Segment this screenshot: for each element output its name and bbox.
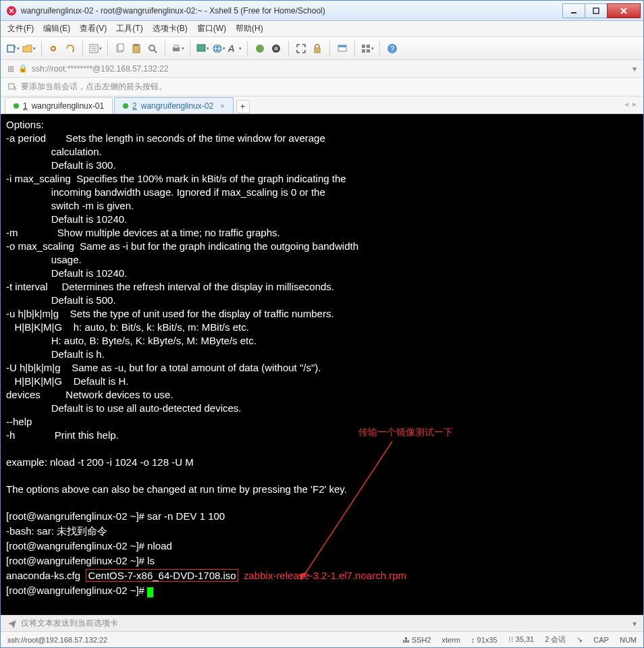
- svg-text:?: ?: [390, 45, 394, 53]
- command: nload: [147, 540, 172, 551]
- svg-rect-10: [118, 44, 124, 51]
- window-title: wangruifenglinux-02 - root@wangruifengli…: [21, 6, 563, 16]
- tab-2[interactable]: 2 wangruifenglinux-02 ×: [114, 97, 234, 113]
- svg-rect-25: [315, 48, 320, 53]
- lock-icon: 🔒: [18, 64, 28, 73]
- address-bar: ⊞ 🔒 ssh://root:********@192.168.57.132:2…: [1, 60, 643, 78]
- svg-rect-2: [593, 8, 599, 14]
- menu-window[interactable]: 窗口(W): [197, 23, 226, 34]
- terminal[interactable]: Options: -a period Sets the length in se…: [1, 114, 643, 615]
- svg-rect-16: [174, 45, 178, 48]
- add-tab-button[interactable]: +: [236, 100, 250, 113]
- annotation-text: 传输一个镜像测试一下: [358, 426, 453, 439]
- open-folder-icon[interactable]: ▾: [22, 42, 36, 55]
- link-icon[interactable]: [47, 42, 61, 55]
- svg-point-13: [149, 45, 155, 51]
- fontsize-icon[interactable]: A▾: [228, 42, 242, 55]
- tab-number: 2: [132, 101, 137, 111]
- annotation-arrow: [291, 438, 399, 587]
- menu-file[interactable]: 文件(F): [7, 23, 34, 34]
- command: ls: [147, 555, 155, 566]
- svg-rect-31: [367, 49, 370, 53]
- address-url[interactable]: ssh://root:********@192.168.57.132:22: [32, 64, 628, 74]
- add-session-icon[interactable]: [7, 82, 17, 92]
- minimize-button[interactable]: [562, 3, 585, 18]
- svg-rect-17: [197, 45, 205, 51]
- maximize-button[interactable]: [585, 3, 608, 18]
- command: sar -n DEV 1 100: [147, 510, 225, 522]
- tab-bar: 1 wangruifenglinux-01 2 wangruifenglinux…: [1, 97, 643, 114]
- info-bar: 要添加当前会话，点击左侧的箭头按钮。: [1, 78, 643, 97]
- menu-tools[interactable]: 工具(T): [116, 23, 142, 34]
- fullscreen-icon[interactable]: ▾: [196, 42, 209, 55]
- title-bar[interactable]: wangruifenglinux-02 - root@wangruifengli…: [1, 1, 643, 21]
- color-scheme-icon[interactable]: [253, 42, 267, 55]
- app-icon: [6, 5, 17, 16]
- close-button[interactable]: [607, 3, 641, 18]
- close-tab-icon[interactable]: ×: [220, 102, 224, 110]
- ls-file: anaconda-ks.cfg: [6, 570, 86, 581]
- resize-grip-icon[interactable]: ↘: [576, 635, 583, 644]
- error-output: -bash: sar: 未找到命令: [6, 525, 107, 537]
- properties-icon[interactable]: ▾: [88, 42, 102, 55]
- new-tab-icon[interactable]: +▾: [6, 42, 20, 55]
- tab-label: wangruifenglinux-01: [32, 101, 104, 111]
- status-term: xterm: [441, 636, 460, 644]
- svg-point-24: [274, 47, 278, 51]
- find-icon[interactable]: [146, 42, 159, 55]
- svg-rect-28: [362, 45, 365, 48]
- prompt: [root@wangruifenglinux-02 ~]#: [6, 555, 147, 566]
- tab-label: wangruifenglinux-02: [141, 101, 213, 111]
- ls-file-highlighted: CentOS-7-x86_64-DVD-1708.iso: [86, 569, 238, 582]
- svg-marker-35: [299, 572, 307, 580]
- reconnect-icon[interactable]: [63, 42, 77, 55]
- cursor: [147, 587, 153, 597]
- paste-icon[interactable]: [130, 42, 143, 55]
- tab-prev-icon[interactable]: ◂: [624, 99, 628, 109]
- status-pos: ⁝⁝ 35,31: [508, 635, 535, 644]
- tab-nav: ◂ ▸: [624, 99, 637, 109]
- tab-number: 1: [23, 101, 28, 111]
- info-text: 要添加当前会话，点击左侧的箭头按钮。: [21, 81, 167, 92]
- status-dot-icon: [14, 103, 19, 109]
- send-dropdown-icon[interactable]: ▾: [633, 619, 637, 628]
- dropdown-icon[interactable]: ▾: [633, 64, 637, 74]
- menu-help[interactable]: 帮助(H): [236, 23, 263, 34]
- globe-icon[interactable]: ▾: [212, 42, 225, 55]
- status-size: ↕ 91x35: [471, 636, 498, 644]
- svg-line-14: [154, 50, 157, 53]
- address-add-icon[interactable]: ⊞: [7, 64, 14, 74]
- status-sessions: 2 会话: [545, 634, 566, 645]
- send-text[interactable]: 仅将文本发送到当前选项卡: [21, 618, 628, 629]
- svg-rect-29: [367, 45, 370, 48]
- layout-icon[interactable]: ▾: [360, 42, 374, 55]
- svg-line-34: [301, 441, 392, 580]
- status-ssh: 🖧 SSH2: [402, 636, 431, 644]
- lock-icon[interactable]: [311, 42, 324, 55]
- send-icon[interactable]: [7, 619, 17, 628]
- prompt: [root@wangruifenglinux-02 ~]#: [6, 510, 147, 522]
- tab-1[interactable]: 1 wangruifenglinux-01: [5, 97, 113, 113]
- svg-rect-12: [134, 44, 138, 46]
- app-window: wangruifenglinux-02 - root@wangruifengli…: [0, 0, 644, 648]
- svg-rect-27: [338, 45, 346, 47]
- prompt: [root@wangruifenglinux-02 ~]#: [6, 540, 147, 551]
- menu-view[interactable]: 查看(V): [80, 23, 107, 34]
- status-bar: ssh://root@192.168.57.132:22 🖧 SSH2 xter…: [1, 631, 643, 647]
- menu-bar: 文件(F) 编辑(E) 查看(V) 工具(T) 选项卡(B) 窗口(W) 帮助(…: [1, 21, 643, 37]
- expand-icon[interactable]: [294, 42, 308, 55]
- svg-text:+: +: [14, 44, 16, 51]
- send-bar: 仅将文本发送到当前选项卡 ▾: [1, 615, 643, 631]
- tab-next-icon[interactable]: ▸: [633, 99, 637, 109]
- status-cap: CAP: [593, 636, 609, 644]
- svg-text:A: A: [228, 43, 234, 54]
- toolbar: +▾ ▾ ▾ ▾ ▾ ▾ A▾ ▾ ?: [1, 37, 643, 60]
- copy-icon[interactable]: [113, 42, 127, 55]
- menu-edit[interactable]: 编辑(E): [43, 23, 70, 34]
- help-icon[interactable]: ?: [385, 42, 399, 55]
- svg-rect-30: [362, 49, 365, 53]
- session-icon[interactable]: [336, 42, 349, 55]
- color-scheme-2-icon[interactable]: [269, 42, 283, 55]
- print-icon[interactable]: ▾: [171, 42, 184, 55]
- menu-tabs[interactable]: 选项卡(B): [153, 23, 188, 34]
